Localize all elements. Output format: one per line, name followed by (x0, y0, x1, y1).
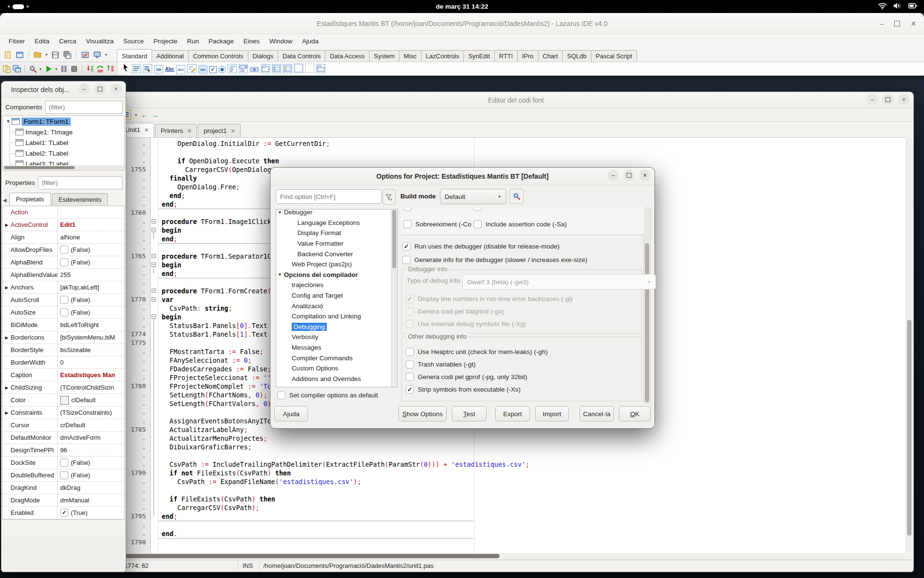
menu-eines[interactable]: Eines (239, 36, 265, 47)
property-row-align[interactable]: AlignalNone (3, 231, 124, 244)
property-value[interactable]: bsSizeable (58, 346, 124, 354)
options-tree-item-web-project-pas2js[interactable]: Web Project (pas2js) (276, 259, 397, 270)
editor-titlebar[interactable]: Editor del codi font – × (118, 92, 913, 108)
editor-vertical-scrollbar[interactable] (906, 138, 912, 552)
palette-tab-sqldb[interactable]: SQLdb (562, 50, 591, 62)
property-value[interactable]: (False) (58, 308, 124, 316)
property-row-borderwidth[interactable]: BorderWidth0 (3, 356, 124, 369)
property-row-designtimeppi[interactable]: DesignTimePPI96 (3, 444, 124, 457)
code-line[interactable]: if OpenDialog.Execute then (158, 157, 906, 165)
palette-tab-additional[interactable]: Additional (152, 50, 189, 62)
palette-tab-rtti[interactable]: RTTI (494, 50, 518, 62)
minimize-icon[interactable]: – (880, 20, 884, 27)
close-tab-icon[interactable]: × (145, 126, 149, 133)
tframe-icon[interactable] (305, 64, 314, 75)
options-tree-item-verbosity[interactable]: Verbosity (276, 332, 397, 342)
close-icon[interactable]: × (639, 170, 651, 181)
checkbox-box[interactable] (60, 258, 68, 266)
property-row-constraints[interactable]: ▶Constraints(TSizeConstraints) (3, 407, 124, 419)
property-value[interactable]: [akTop,akLeft] (58, 284, 124, 291)
menu-visualitza[interactable]: Visualitza (81, 36, 119, 47)
minimize-icon[interactable]: – (607, 170, 619, 181)
checkbox-box[interactable]: ✓ (60, 509, 68, 517)
view-forms-icon[interactable] (13, 64, 21, 74)
code-line[interactable]: end; (158, 512, 906, 521)
property-value[interactable]: Estadístiques Man (58, 371, 124, 379)
close-icon[interactable]: × (898, 94, 910, 105)
components-filter-input[interactable] (45, 101, 123, 114)
checkbox-sobreeiximent-co[interactable]: Sobreeiximent (-Co (403, 220, 471, 228)
palette-tab-synedit[interactable]: SynEdit (463, 50, 495, 62)
property-value[interactable]: (False) (58, 246, 124, 254)
menu-cerca[interactable]: Cerca (54, 36, 81, 47)
expand-icon[interactable]: ▶ (3, 410, 11, 415)
property-value[interactable]: (False) (58, 258, 124, 266)
fold-collapse-icon[interactable]: − (152, 289, 156, 293)
property-row-autosize[interactable]: AutoSize(False) (3, 306, 124, 319)
checkbox-display-line-numbers-in-run-time-error-backtraces-gl[interactable]: Display line numbers in run-time error b… (406, 295, 573, 303)
property-row-caption[interactable]: CaptionEstadístiques Man (3, 369, 124, 381)
palette-tab-pascal-script[interactable]: Pascal Script (591, 50, 637, 62)
property-row-childsizing[interactable]: ▶ChildSizing(TControlChildSizin (3, 381, 124, 394)
checkbox-include-assertion-code-sa[interactable]: Include assertion code (-Sa) (474, 220, 567, 228)
property-row-doublebuffered[interactable]: DoubleBuffered(False) (3, 469, 124, 482)
tab-scroll-left-icon[interactable]: ◀ (3, 197, 7, 203)
options-tree-item-custom-options[interactable]: Custom Options (276, 363, 397, 374)
menu-fitxer[interactable]: Fitxer (4, 36, 30, 47)
components-tree[interactable]: ▼Form1: TForm1Image1: TImageLabel1: TLab… (2, 116, 125, 171)
property-value[interactable]: clDefault (58, 396, 124, 405)
editor-horizontal-scrollbar[interactable] (119, 553, 905, 560)
jump-forward-icon[interactable]: → (151, 111, 158, 119)
close-tab-icon[interactable]: × (188, 127, 192, 134)
chevron-down-icon[interactable]: ▼ (104, 53, 108, 56)
tscrollbar-icon[interactable] (250, 65, 259, 73)
tbutton-icon[interactable]: Ok (154, 64, 163, 74)
options-tree-scrollbar[interactable] (391, 210, 397, 387)
close-tab-icon[interactable]: × (231, 127, 235, 134)
tcheckbox-icon[interactable]: ✓ (209, 65, 217, 73)
dialog-titlebar[interactable]: Options for Project: Estadístiques Manti… (270, 168, 654, 185)
expand-icon[interactable]: ▶ (3, 285, 11, 290)
find-option-input[interactable] (276, 189, 382, 204)
menu-projecte[interactable]: Projecte (149, 36, 182, 47)
fold-collapse-icon[interactable]: − (152, 315, 156, 319)
inspector-titlebar[interactable]: Inspector dels obj... – × (1, 81, 126, 98)
ok-button[interactable]: OK (619, 406, 651, 421)
tab-propietats[interactable]: Propietats (9, 193, 51, 206)
options-tree-item-trajectories[interactable]: trajectòries (276, 280, 397, 290)
property-row-color[interactable]: ColorclDefault (3, 394, 124, 407)
property-value[interactable]: (False) (58, 471, 124, 479)
step-over-icon[interactable] (96, 64, 104, 74)
code-line[interactable]: DibuixarGraficBarres; (158, 443, 906, 451)
wifi-icon[interactable] (878, 2, 887, 11)
step-into-icon[interactable] (86, 64, 94, 74)
expand-icon[interactable]: ▶ (3, 385, 11, 390)
options-tree-item-compiler-commands[interactable]: Compiler Commands (276, 353, 397, 363)
options-tree-item-compilation-and-linking[interactable]: Compilation and Linking (276, 311, 397, 322)
save-icon[interactable] (50, 50, 61, 60)
code-line[interactable]: CarregarCSV(CsvPath); (158, 503, 906, 512)
export-button[interactable]: Export (495, 406, 530, 421)
palette-tab-misc[interactable]: Misc (399, 50, 422, 62)
tmainmenu-icon[interactable] (132, 64, 141, 74)
options-tree-item-messages[interactable]: Messages (276, 342, 397, 353)
checkbox-generate-info-for-the-debugger-slower-increases-exe-size[interactable]: Generate info for the debugger (slower /… (402, 256, 587, 264)
property-row-bordericons[interactable]: ▶BorderIcons[biSystemMenu,biM (3, 331, 124, 344)
options-tree-item-debugging[interactable]: Debugging (276, 322, 397, 332)
property-row-activecontrol[interactable]: ▶ActiveControlEdit1 (3, 219, 124, 231)
property-value[interactable]: Edit1 (58, 221, 124, 228)
property-value[interactable]: alNone (58, 234, 124, 241)
fold-collapse-icon[interactable]: − (152, 219, 156, 223)
property-row-anchors[interactable]: ▶Anchors[akTop,akLeft] (3, 281, 124, 294)
fold-collapse-icon[interactable]: − (152, 263, 156, 267)
palette-tab-dialogs[interactable]: Dialogs (248, 50, 278, 62)
new-unit-icon[interactable] (2, 50, 13, 60)
save-all-icon[interactable] (62, 50, 73, 60)
tradiobutton-icon[interactable] (218, 65, 226, 73)
tradiogroup-icon[interactable] (272, 64, 281, 74)
checkbox-use-heaptrc-unit-check-for-mem-leaks-gh[interactable]: Use Heaptrc unit (check for mem-leaks) (… (406, 348, 548, 356)
checkbox-box[interactable] (60, 308, 68, 316)
property-value[interactable]: dkDrag (58, 484, 124, 491)
menu-package[interactable]: Package (204, 36, 239, 47)
options-tree-item-backend-converter[interactable]: Backend Converter (276, 249, 397, 259)
